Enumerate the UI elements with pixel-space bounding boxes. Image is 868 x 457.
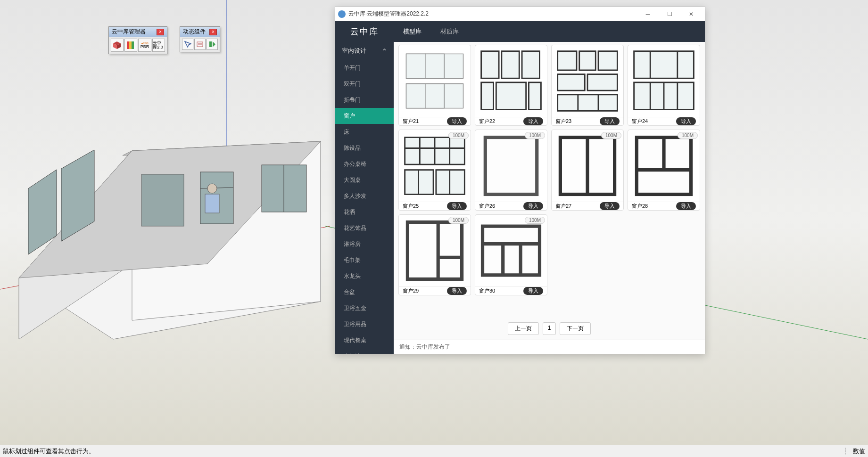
sidebar-item[interactable]: 毛巾架 bbox=[335, 252, 394, 268]
model-name: 窗户24 bbox=[632, 118, 648, 125]
model-footer: 窗户22 导入 bbox=[475, 117, 547, 125]
import-button[interactable]: 导入 bbox=[447, 117, 467, 125]
sidebar-item[interactable]: 花洒 bbox=[335, 204, 394, 220]
model-card[interactable]: 100M 窗户30 导入 bbox=[475, 214, 547, 295]
model-name: 窗户28 bbox=[632, 203, 648, 210]
sidebar-category-header[interactable]: 室内设计 ⌃ bbox=[335, 42, 394, 60]
svg-point-15 bbox=[207, 184, 217, 193]
sidebar-item[interactable]: 多人沙发 bbox=[335, 188, 394, 204]
import-button[interactable]: 导入 bbox=[523, 202, 543, 210]
svg-rect-45 bbox=[558, 95, 618, 111]
cloud-sidebar: 室内设计 ⌃ 单开门双开门折叠门窗户床陈设品办公桌椅大圆桌多人沙发花洒花艺饰品淋… bbox=[335, 42, 394, 354]
sidebar-item[interactable]: 窗户 bbox=[335, 108, 394, 124]
play-icon[interactable] bbox=[207, 39, 218, 50]
next-page-button[interactable]: 下一页 bbox=[560, 322, 591, 335]
toolbar-yzk-button[interactable]: 云中库2.0 bbox=[152, 39, 165, 52]
model-card[interactable]: 100M 窗户26 导入 bbox=[475, 130, 547, 211]
page-number: 1 bbox=[543, 322, 556, 335]
model-card[interactable]: 100M 窗户25 导入 bbox=[398, 130, 471, 211]
import-button[interactable]: 导入 bbox=[523, 117, 543, 125]
sidebar-item[interactable]: 大圆桌 bbox=[335, 172, 394, 188]
close-button[interactable]: ✕ bbox=[680, 8, 702, 21]
import-button[interactable]: 导入 bbox=[600, 202, 620, 210]
model-footer: 窗户24 导入 bbox=[628, 117, 700, 125]
model-thumbnail bbox=[399, 45, 471, 117]
model-card[interactable]: 窗户23 导入 bbox=[551, 45, 624, 126]
toolbar-titlebar[interactable]: 云中库管理器 × bbox=[109, 27, 167, 37]
model-thumbnail bbox=[628, 45, 700, 117]
model-card[interactable]: 窗户24 导入 bbox=[628, 45, 700, 126]
sidebar-item[interactable]: 水龙头 bbox=[335, 268, 394, 284]
toolbar-dynamic-component[interactable]: 动态组件 × bbox=[180, 26, 220, 52]
model-footer: 窗户27 导入 bbox=[552, 202, 623, 210]
model-footer: 窗户29 导入 bbox=[399, 286, 471, 295]
sidebar-item[interactable]: 办公桌椅 bbox=[335, 156, 394, 172]
import-button[interactable]: 导入 bbox=[676, 202, 696, 210]
svg-rect-37 bbox=[481, 82, 494, 110]
model-card[interactable]: 100M 窗户27 导入 bbox=[551, 130, 624, 211]
model-thumbnail: 100M bbox=[399, 215, 471, 286]
svg-rect-21 bbox=[129, 41, 132, 49]
svg-rect-44 bbox=[587, 74, 617, 91]
sidebar-item[interactable]: 床 bbox=[335, 124, 394, 140]
options-icon[interactable] bbox=[194, 39, 206, 50]
model-name: 窗户21 bbox=[403, 118, 419, 125]
sidebar-item[interactable]: 陈设品 bbox=[335, 140, 394, 156]
toolbar-pbr-button[interactable]: ●ens PBR bbox=[138, 39, 152, 52]
toolbar-cloud-library-manager[interactable]: 云中库管理器 × ●ens PBR 云中库2.0 bbox=[108, 26, 167, 54]
sidebar-item[interactable]: 卫浴用品 bbox=[335, 316, 394, 332]
model-card[interactable]: 窗户22 导入 bbox=[475, 45, 547, 126]
tab-materials[interactable]: 材质库 bbox=[431, 21, 468, 42]
minimize-button[interactable]: ─ bbox=[637, 8, 659, 21]
model-grid: 窗户21 导入 窗户22 导入 窗户23 导入 窗户24 导入 100M 窗户2… bbox=[394, 42, 705, 318]
svg-rect-32 bbox=[406, 84, 425, 108]
sidebar-item[interactable]: 淋浴房 bbox=[335, 236, 394, 252]
sidebar-item[interactable]: 花艺饰品 bbox=[335, 220, 394, 236]
model-thumbnail: 100M bbox=[475, 215, 547, 286]
prev-page-button[interactable]: 上一页 bbox=[508, 322, 539, 335]
model-card[interactable]: 100M 窗户28 导入 bbox=[628, 130, 700, 211]
maximize-button[interactable]: ☐ bbox=[659, 8, 680, 21]
sidebar-item[interactable]: 台盆 bbox=[335, 284, 394, 300]
model-thumbnail: 100M bbox=[628, 130, 700, 202]
toolbar-cube-icon[interactable] bbox=[111, 39, 124, 52]
svg-rect-60 bbox=[405, 170, 433, 195]
model-name: 窗户26 bbox=[479, 203, 495, 210]
sidebar-item[interactable]: 小便池 bbox=[335, 348, 394, 354]
interact-icon[interactable] bbox=[182, 39, 193, 50]
dialog-titlebar[interactable]: 云中库·云端模型管理器2022.2.2 ─ ☐ ✕ bbox=[335, 7, 705, 21]
svg-rect-22 bbox=[132, 41, 134, 49]
svg-rect-8 bbox=[141, 174, 184, 226]
cloud-header: 云中库 模型库 材质库 bbox=[335, 21, 705, 42]
tab-models[interactable]: 模型库 bbox=[394, 21, 431, 42]
model-name: 窗户29 bbox=[403, 287, 419, 294]
svg-rect-26 bbox=[209, 41, 212, 47]
close-icon[interactable]: × bbox=[209, 29, 217, 35]
model-footer: 窗户28 导入 bbox=[628, 202, 700, 210]
sidebar-item[interactable]: 卫浴五金 bbox=[335, 300, 394, 316]
svg-rect-20 bbox=[127, 41, 129, 49]
svg-rect-38 bbox=[496, 82, 526, 110]
svg-rect-30 bbox=[425, 54, 444, 78]
toolbar-rainbow-icon[interactable] bbox=[124, 39, 137, 52]
import-button[interactable]: 导入 bbox=[676, 117, 696, 125]
sidebar-item[interactable]: 双开门 bbox=[335, 76, 394, 92]
sidebar-category-label: 室内设计 bbox=[342, 47, 366, 55]
sidebar-item[interactable]: 现代餐桌 bbox=[335, 332, 394, 348]
cloud-logo: 云中库 bbox=[335, 26, 394, 37]
model-card[interactable]: 100M 窗户29 导入 bbox=[398, 214, 471, 295]
svg-rect-36 bbox=[522, 51, 539, 79]
model-footer: 窗户23 导入 bbox=[552, 117, 623, 125]
import-button[interactable]: 导入 bbox=[523, 287, 543, 295]
close-icon[interactable]: × bbox=[157, 29, 164, 35]
svg-rect-34 bbox=[481, 51, 499, 79]
sidebar-item[interactable]: 折叠门 bbox=[335, 92, 394, 108]
model-name: 窗户25 bbox=[403, 203, 419, 210]
model-card[interactable]: 窗户21 导入 bbox=[398, 45, 471, 126]
import-button[interactable]: 导入 bbox=[600, 117, 620, 125]
sidebar-item[interactable]: 单开门 bbox=[335, 60, 394, 76]
import-button[interactable]: 导入 bbox=[447, 202, 467, 210]
toolbar-titlebar[interactable]: 动态组件 × bbox=[180, 27, 220, 37]
import-button[interactable]: 导入 bbox=[447, 287, 467, 295]
chevron-up-icon: ⌃ bbox=[382, 48, 387, 55]
